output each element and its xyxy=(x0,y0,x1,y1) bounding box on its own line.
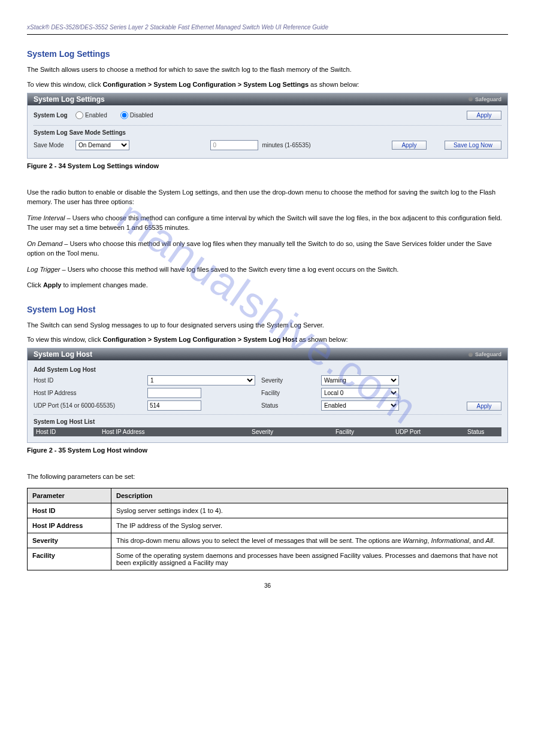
settings-para5: Click Apply to implement changes made. xyxy=(27,280,508,290)
save-log-now-button[interactable]: Save Log Now xyxy=(445,141,501,150)
hostid-label: Host ID xyxy=(34,377,141,384)
hostlist-header-row: Host ID Host IP Address Severity Facilit… xyxy=(34,427,501,436)
host-intro: The Switch can send Syslog messages to u… xyxy=(27,320,508,330)
apply-button-host[interactable]: Apply xyxy=(467,402,501,411)
apply-button-2[interactable]: Apply xyxy=(392,141,427,150)
param-facility: Facility xyxy=(28,548,111,570)
hostip-label: Host IP Address xyxy=(34,390,141,396)
hostlist-subhead: System Log Host List xyxy=(34,418,501,425)
panel-titlebar: System Log Settings Safeguard xyxy=(28,93,507,105)
page-header: xStack® DES-3528/DES-3552 Series Layer 2… xyxy=(27,24,508,35)
figure-caption-2: Figure 2 - 35 System Log Host window xyxy=(27,447,508,454)
savemode-select[interactable]: On Demand xyxy=(75,140,129,150)
facility-select[interactable]: Local 0 xyxy=(321,388,399,398)
radio-enabled-input[interactable] xyxy=(75,111,83,119)
facility-label: Facility xyxy=(261,390,315,396)
severity-label: Severity xyxy=(261,377,315,384)
radio-enabled[interactable]: Enabled xyxy=(75,111,107,119)
desc-facility: Some of the operating system daemons and… xyxy=(111,548,508,570)
minutes-label: minutes (1-65535) xyxy=(262,142,310,148)
apply-button-1[interactable]: Apply xyxy=(467,111,501,120)
param-severity: Severity xyxy=(28,533,111,548)
col-hostid: Host ID xyxy=(36,429,102,435)
desc-severity: This drop-down menu allows you to select… xyxy=(111,533,508,548)
hostid-select[interactable]: 1 xyxy=(147,375,255,385)
add-host-subhead: Add System Log Host xyxy=(34,366,501,373)
minutes-input[interactable] xyxy=(210,140,258,150)
table-row: Facility Some of the operating system da… xyxy=(28,548,508,570)
severity-select[interactable]: Warning xyxy=(321,375,399,385)
desc-hostip: The IP address of the Syslog server. xyxy=(111,518,508,533)
settings-para4: Log Trigger – Users who choose this meth… xyxy=(27,265,508,275)
figure-caption-1: Figure 2 - 34 System Log Settings window xyxy=(27,162,508,169)
settings-para2: Time Interval – Users who choose this me… xyxy=(27,213,508,233)
nav-path-host: To view this window, click Configuration… xyxy=(27,336,508,343)
table-row: Severity This drop-down menu allows you … xyxy=(28,533,508,548)
col-severity: Severity xyxy=(252,429,335,435)
safeguard-badge: Safeguard xyxy=(468,96,501,102)
page-number: 36 xyxy=(27,582,508,589)
desc-hostid: Syslog server settings index (1 to 4). xyxy=(111,503,508,518)
col-facility: Facility xyxy=(335,429,395,435)
udp-input[interactable] xyxy=(147,400,201,411)
param-hostid: Host ID xyxy=(28,503,111,518)
radio-disabled[interactable]: Disabled xyxy=(120,111,153,119)
syslog-label: System Log xyxy=(34,112,69,119)
table-row: Host IP Address The IP address of the Sy… xyxy=(28,518,508,533)
panel-titlebar-host: System Log Host Safeguard xyxy=(28,348,507,360)
panel-title-host: System Log Host xyxy=(34,350,92,359)
udp-label: UDP Port (514 or 6000-65535) xyxy=(34,402,141,409)
col-udp: UDP Port xyxy=(395,429,467,435)
status-select[interactable]: Enabled xyxy=(321,400,399,411)
col-hostip: Host IP Address xyxy=(102,429,252,435)
header-left: xStack® DES-3528/DES-3552 Series Layer 2… xyxy=(27,24,328,31)
syslog-settings-panel: System Log Settings Safeguard System Log… xyxy=(27,93,508,159)
syslog-host-panel: System Log Host Safeguard Add System Log… xyxy=(27,348,508,443)
panel-title: System Log Settings xyxy=(34,95,105,104)
col-status: Status xyxy=(467,429,499,435)
table-row: Host ID Syslog server settings index (1 … xyxy=(28,503,508,518)
section-title-settings: System Log Settings xyxy=(27,49,508,59)
section-title-host: System Log Host xyxy=(27,305,508,314)
savemode-subhead: System Log Save Mode Settings xyxy=(34,129,501,136)
savemode-label: Save Mode xyxy=(34,142,69,148)
settings-para1: Use the radio button to enable or disabl… xyxy=(27,187,508,207)
status-label: Status xyxy=(261,402,315,409)
settings-para3: On Demand – Users who choose this method… xyxy=(27,239,508,259)
th-parameter: Parameter xyxy=(28,488,111,503)
nav-path-settings: To view this window, click Configuration… xyxy=(27,81,508,88)
radio-disabled-input[interactable] xyxy=(120,111,128,119)
parameter-table: Parameter Description Host ID Syslog ser… xyxy=(27,488,508,570)
hostip-input[interactable] xyxy=(147,388,201,398)
intro-text-1: The Switch allows users to choose a meth… xyxy=(27,65,508,75)
param-hostip: Host IP Address xyxy=(28,518,111,533)
table-intro: The following parameters can be set: xyxy=(27,472,508,482)
safeguard-badge-host: Safeguard xyxy=(468,351,501,357)
th-description: Description xyxy=(111,488,508,503)
